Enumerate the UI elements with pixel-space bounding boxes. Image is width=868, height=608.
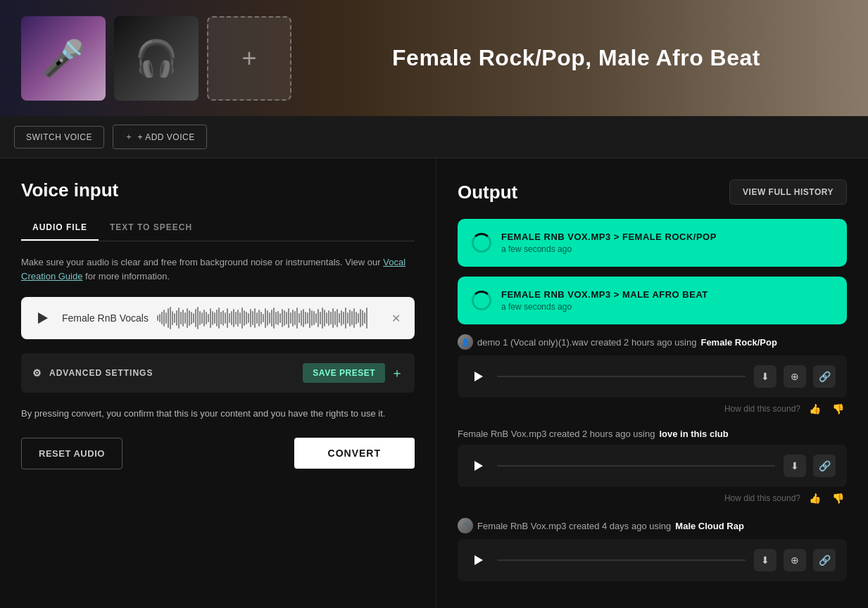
progress-bar-0 <box>497 376 746 377</box>
tab-audio-file[interactable]: AUDIO FILE <box>21 215 99 241</box>
processing-name: FEMALE RNB VOX.MP3 > FEMALE ROCK/POP <box>501 232 717 242</box>
feedback-row-0: How did this sound? 👍 👎 <box>458 402 847 416</box>
avatar-0: 👤 <box>458 334 473 350</box>
copy-link-button-1[interactable]: 🔗 <box>813 455 836 477</box>
advanced-settings-actions: SAVE PRESET ＋ <box>303 363 403 383</box>
plus-icon: ＋ <box>125 131 134 143</box>
hero-images: 🎤 🎧 + <box>21 16 291 101</box>
hero-banner: 🎤 🎧 + Female Rock/Pop, Male Afro Beat <box>0 0 868 116</box>
loading-spinner <box>472 233 491 253</box>
male-singer-icon: 🎧 <box>134 38 178 79</box>
disclaimer-text: By pressing convert, you confirm that th… <box>21 407 415 421</box>
tab-bar: AUDIO FILE TEXT TO SPEECH <box>21 215 415 241</box>
audio-output-row-0: ⬇ ⊕ 🔗 <box>458 355 847 398</box>
processing-info: FEMALE RNB VOX.MP3 > FEMALE ROCK/POP a f… <box>501 232 717 254</box>
progress-bar-2 <box>497 559 746 561</box>
feedback-label-1: How did this sound? <box>724 493 800 503</box>
output-title: Output <box>458 182 517 203</box>
processing-time-2: a few seconds ago <box>501 302 708 312</box>
right-panel: Output VIEW FULL HISTORY FEMALE RNB VOX.… <box>436 158 868 608</box>
svg-marker-0 <box>38 312 48 324</box>
svg-marker-3 <box>474 555 483 565</box>
processing-card-1: FEMALE RNB VOX.MP3 > MALE AFRO BEAT a fe… <box>458 277 847 324</box>
left-panel: Voice input AUDIO FILE TEXT TO SPEECH Ma… <box>0 158 436 608</box>
remove-audio-button[interactable]: ✕ <box>389 309 403 328</box>
main-layout: Voice input AUDIO FILE TEXT TO SPEECH Ma… <box>0 158 868 608</box>
switch-voice-button[interactable]: SWITCH VOICE <box>14 126 104 148</box>
download-button-2[interactable]: ⬇ <box>754 549 776 571</box>
add-to-library-button-2[interactable]: ⊕ <box>784 549 806 571</box>
output-actions-0: ⬇ ⊕ 🔗 <box>754 365 836 388</box>
output-actions-1: ⬇ 🔗 <box>784 455 836 477</box>
toolbar: SWITCH VOICE ＋ + ADD VOICE <box>0 116 868 158</box>
bottom-buttons: RESET AUDIO CONVERT <box>21 438 415 469</box>
thumbs-up-button-0[interactable]: 👍 <box>806 402 824 416</box>
add-icon: + <box>241 44 256 73</box>
reset-audio-button[interactable]: RESET AUDIO <box>21 438 122 469</box>
processing-card-0: FEMALE RNB VOX.MP3 > FEMALE ROCK/POP a f… <box>458 219 847 267</box>
play-button[interactable] <box>32 308 54 329</box>
history-meta-1: Female RnB Vox.mp3 created 2 hours ago u… <box>458 429 847 439</box>
copy-link-button-2[interactable]: 🔗 <box>813 549 836 571</box>
add-preset-button[interactable]: ＋ <box>391 365 403 381</box>
play-output-button-0[interactable] <box>469 367 489 386</box>
advanced-settings-label: ⚙ ADVANCED SETTINGS <box>32 367 153 379</box>
processing-time: a few seconds ago <box>501 244 717 254</box>
audio-player: Female RnB Vocals ✕ <box>21 297 415 339</box>
history-meta-0: 👤 demo 1 (Vocal only)(1).wav created 2 h… <box>458 334 847 350</box>
voice-image-female: 🎤 <box>21 16 106 101</box>
history-item-1: Female RnB Vox.mp3 created 2 hours ago u… <box>458 429 847 505</box>
feedback-label-0: How did this sound? <box>724 404 800 414</box>
audio-output-row-2: ⬇ ⊕ 🔗 <box>458 539 847 581</box>
thumbs-down-button-0[interactable]: 👎 <box>829 402 847 416</box>
play-output-button-2[interactable] <box>469 550 489 570</box>
thumbs-down-button-1[interactable]: 👎 <box>829 491 847 505</box>
voice-image-male: 🎧 <box>114 16 199 101</box>
output-actions-2: ⬇ ⊕ 🔗 <box>754 549 836 571</box>
voice-input-title: Voice input <box>21 179 415 201</box>
history-item-0: 👤 demo 1 (Vocal only)(1).wav created 2 h… <box>458 334 847 416</box>
history-meta-2: 🎵 Female RnB Vox.mp3 created 4 days ago … <box>458 518 847 533</box>
thumbs-up-button-1[interactable]: 👍 <box>806 491 824 505</box>
feedback-row-1: How did this sound? 👍 👎 <box>458 491 847 505</box>
download-button-0[interactable]: ⬇ <box>754 365 776 388</box>
loading-spinner-2 <box>472 291 491 310</box>
add-to-library-button-0[interactable]: ⊕ <box>784 365 806 388</box>
gear-icon: ⚙ <box>32 367 42 379</box>
save-preset-button[interactable]: SAVE PRESET <box>303 363 385 383</box>
play-output-button-1[interactable] <box>469 456 489 476</box>
info-text: Make sure your audio is clear and free f… <box>21 255 415 283</box>
history-item-2: 🎵 Female RnB Vox.mp3 created 4 days ago … <box>458 518 847 581</box>
svg-marker-2 <box>474 461 483 471</box>
view-full-history-button[interactable]: VIEW FULL HISTORY <box>729 179 847 205</box>
progress-bar-1 <box>497 465 775 467</box>
advanced-settings-row: ⚙ ADVANCED SETTINGS SAVE PRESET ＋ <box>21 353 415 393</box>
processing-info-2: FEMALE RNB VOX.MP3 > MALE AFRO BEAT a fe… <box>501 289 708 312</box>
waveform <box>157 307 380 329</box>
audio-output-row-1: ⬇ 🔗 <box>458 445 847 487</box>
output-header: Output VIEW FULL HISTORY <box>458 179 847 205</box>
add-voice-image-button[interactable]: + <box>207 16 291 101</box>
svg-marker-1 <box>474 372 483 381</box>
add-voice-button[interactable]: ＋ + ADD VOICE <box>113 125 207 149</box>
female-singer-icon: 🎤 <box>42 38 85 79</box>
processing-name-2: FEMALE RNB VOX.MP3 > MALE AFRO BEAT <box>501 289 708 300</box>
download-button-1[interactable]: ⬇ <box>784 455 806 477</box>
tab-text-to-speech[interactable]: TEXT TO SPEECH <box>99 215 203 241</box>
audio-filename: Female RnB Vocals <box>62 312 149 324</box>
copy-link-button-0[interactable]: 🔗 <box>813 365 836 388</box>
avatar-2: 🎵 <box>458 518 473 533</box>
convert-button[interactable]: CONVERT <box>294 438 415 469</box>
hero-title: Female Rock/Pop, Male Afro Beat <box>306 45 847 71</box>
